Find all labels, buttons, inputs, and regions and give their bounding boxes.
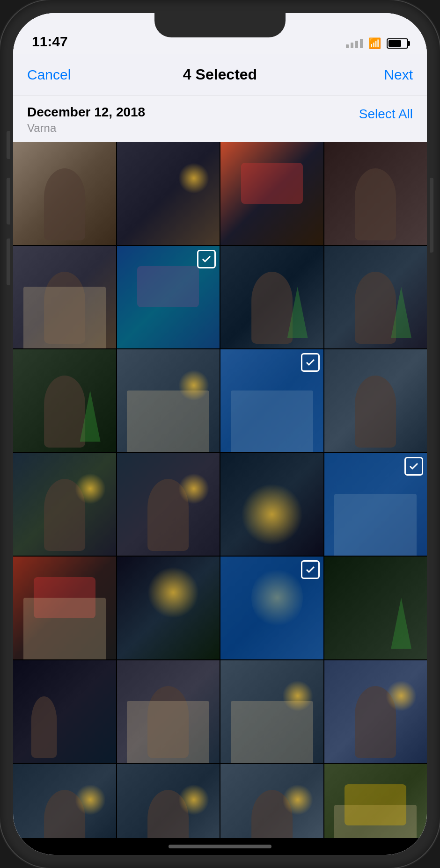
- photo-cell-r7c1[interactable]: [13, 764, 116, 838]
- section-date: December 12, 2018: [27, 105, 145, 120]
- phone-frame: 11:47 📶 Cancel 4 Selecte: [0, 0, 440, 868]
- volume-down-button: [7, 239, 10, 285]
- photo-content: [75, 473, 106, 504]
- photo-cell-r5c1[interactable]: [13, 557, 116, 659]
- photo-cell-r2c1[interactable]: [13, 246, 116, 349]
- home-bar[interactable]: [169, 845, 271, 848]
- photo-cell-r3c1[interactable]: [13, 349, 116, 452]
- check-badge: [301, 353, 320, 372]
- photo-content: [44, 168, 85, 240]
- photo-content: [391, 598, 411, 649]
- photo-cell-r5c2[interactable]: [117, 557, 220, 659]
- photo-cell-r3c4[interactable]: [324, 349, 427, 452]
- photo-content: [44, 376, 85, 448]
- photo-cell-r5c4[interactable]: [324, 557, 427, 659]
- next-button[interactable]: Next: [316, 67, 413, 83]
- cancel-button[interactable]: Cancel: [27, 67, 124, 83]
- photo-content: [178, 784, 209, 815]
- photo-cell-r5c3[interactable]: [220, 557, 323, 659]
- photo-cell-r6c2[interactable]: [117, 660, 220, 763]
- photo-content: [345, 784, 406, 825]
- photo-content: [386, 680, 417, 711]
- power-button: [430, 178, 433, 253]
- status-icons: 📶: [346, 37, 408, 50]
- wifi-icon: 📶: [368, 37, 381, 50]
- grid-row: [13, 349, 427, 452]
- photo-cell-r1c4[interactable]: [324, 142, 427, 245]
- volume-up-button: [7, 178, 10, 224]
- photo-content: [31, 696, 57, 758]
- photo-cell-r4c3[interactable]: [220, 453, 323, 556]
- photo-cell-r1c2[interactable]: [117, 142, 220, 245]
- photo-cell-r7c3[interactable]: [220, 764, 323, 838]
- photo-cell-r3c3[interactable]: [220, 349, 323, 452]
- photo-content: [178, 370, 209, 401]
- grid-row: [13, 453, 427, 556]
- photo-cell-r1c3[interactable]: [220, 142, 323, 245]
- phone-screen: 11:47 📶 Cancel 4 Selecte: [13, 13, 427, 855]
- photo-cell-r4c4[interactable]: [324, 453, 427, 556]
- photo-cell-r2c4[interactable]: [324, 246, 427, 349]
- photo-content: [178, 163, 209, 194]
- photo-content: [251, 272, 293, 344]
- check-badge: [301, 560, 320, 579]
- battery-icon: [387, 38, 408, 49]
- photo-content: [282, 784, 313, 815]
- photo-cell-r3c2[interactable]: [117, 349, 220, 452]
- check-badge: [197, 250, 216, 268]
- home-indicator: [13, 838, 427, 855]
- nav-title: 4 Selected: [124, 66, 316, 83]
- photo-content: [127, 701, 209, 763]
- notch: [154, 13, 286, 37]
- photo-content: [282, 680, 313, 711]
- photo-cell-r2c2[interactable]: [117, 246, 220, 349]
- photo-content: [75, 784, 106, 815]
- silent-switch: [7, 131, 10, 159]
- photo-content: [23, 598, 106, 659]
- photo-content: [147, 567, 199, 618]
- photo-grid: [13, 142, 427, 838]
- signal-icon: [346, 39, 363, 48]
- section-info: December 12, 2018 Varna: [27, 105, 145, 135]
- grid-row: [13, 660, 427, 763]
- photo-cell-r1c1[interactable]: [13, 142, 116, 245]
- check-badge: [404, 457, 423, 476]
- photo-content: [23, 287, 106, 348]
- photo-content: [178, 473, 209, 504]
- photo-content: [241, 484, 303, 545]
- photo-cell-r6c1[interactable]: [13, 660, 116, 763]
- grid-row: [13, 557, 427, 659]
- section-location: Varna: [27, 122, 145, 135]
- photo-content: [355, 168, 396, 240]
- grid-row: [13, 142, 427, 245]
- select-all-button[interactable]: Select All: [359, 105, 413, 122]
- photo-cell-r6c4[interactable]: [324, 660, 427, 763]
- screen-content: 11:47 📶 Cancel 4 Selecte: [13, 13, 427, 855]
- grid-row: [13, 764, 427, 838]
- navigation-bar: Cancel 4 Selected Next: [13, 54, 427, 95]
- photo-content: [241, 163, 303, 204]
- photo-cell-r4c1[interactable]: [13, 453, 116, 556]
- photo-content: [355, 376, 396, 448]
- section-header: December 12, 2018 Varna Select All: [13, 95, 427, 142]
- photo-cell-r4c2[interactable]: [117, 453, 220, 556]
- photo-cell-r2c3[interactable]: [220, 246, 323, 349]
- grid-row: [13, 246, 427, 349]
- photo-cell-r6c3[interactable]: [220, 660, 323, 763]
- photo-cell-r7c2[interactable]: [117, 764, 220, 838]
- photo-content: [355, 272, 396, 344]
- photo-cell-r7c4[interactable]: [324, 764, 427, 838]
